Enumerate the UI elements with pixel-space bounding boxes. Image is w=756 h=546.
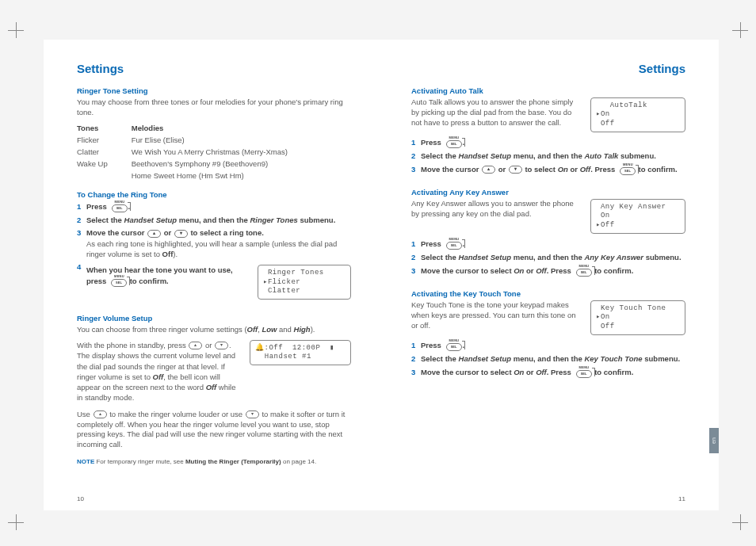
body-text: With the phone in standby, press ▴ or ▾.… xyxy=(77,340,242,403)
step-text: Press . xyxy=(421,340,685,351)
left-page: Settings Ringer Tone Setting You may cho… xyxy=(44,40,381,510)
step-number: 3 xyxy=(411,367,421,378)
tone-cell xyxy=(77,170,132,182)
step-number: 3 xyxy=(411,164,421,175)
tones-table: Tones Melodies FlickerFur Elise (Elise) … xyxy=(77,123,311,182)
section-heading: Activating Auto Talk xyxy=(411,86,685,95)
menu-sel-key-icon xyxy=(618,164,636,175)
crop-mark xyxy=(732,514,748,530)
step-text: Select the Handset Setup menu, and then … xyxy=(421,252,685,262)
tone-cell: Flicker xyxy=(77,135,132,147)
step-number: 1 xyxy=(77,201,86,212)
section-heading: Activating the Key Touch Tone xyxy=(411,289,685,298)
step-text: Press . xyxy=(86,201,351,212)
section-intro: You can choose from three ringer volume … xyxy=(77,325,351,335)
col-header-tones: Tones xyxy=(77,123,132,136)
page-number: 10 xyxy=(77,495,84,502)
body-text: Use ▴ to make the ringer volume louder o… xyxy=(77,410,351,450)
page-spread: Settings Ringer Tone Setting You may cho… xyxy=(44,40,719,510)
menu-sel-key-icon xyxy=(445,239,462,250)
up-arrow-key-icon: ▴ xyxy=(189,342,202,349)
section-heading: Ringer Volume Setup xyxy=(77,314,351,323)
lcd-display: AutoTalk ▸On Off xyxy=(590,97,685,132)
step-text: Move the cursor to select On or Off. Pre… xyxy=(421,367,685,378)
section-heading: Ringer Tone Setting xyxy=(77,86,351,95)
note-text: NOTE For temporary ringer mute, see Muti… xyxy=(77,458,351,467)
tone-cell: Clatter xyxy=(77,147,132,158)
lcd-display: Key Touch Tone ▸On Off xyxy=(590,300,685,335)
step-text: Move the cursor to select On or Off. Pre… xyxy=(421,265,685,277)
menu-sel-key-icon xyxy=(575,265,592,277)
up-arrow-key-icon: ▴ xyxy=(482,166,495,174)
step-number: 1 xyxy=(411,137,421,148)
step-text: Move the cursor ▴ or ▾ to select a ring … xyxy=(86,227,351,259)
steps-list: 1Press . 2Select the Handset Setup menu,… xyxy=(411,239,685,277)
step-number: 1 xyxy=(411,239,421,250)
step-number: 2 xyxy=(411,151,421,161)
melody-cell: Beethoven's Symphony #9 (Beethoven9) xyxy=(132,158,311,170)
step-number: 3 xyxy=(411,265,421,277)
crop-mark xyxy=(732,22,748,38)
crop-mark xyxy=(8,514,24,530)
step-text: When you hear the tone you want to use, … xyxy=(86,262,351,306)
down-arrow-key-icon: ▾ xyxy=(509,166,522,174)
lcd-display: 🔔:Off 12:00P ▮ Handset #1 xyxy=(250,340,351,366)
step-number: 2 xyxy=(77,215,86,225)
menu-sel-key-icon xyxy=(445,137,462,148)
crop-mark xyxy=(8,22,24,38)
page-number: 11 xyxy=(678,495,685,502)
steps-list: 1Press . 2Select the Handset Setup menu,… xyxy=(411,340,685,378)
step-text: Press . xyxy=(421,137,685,148)
step-text: Select the Handset Setup menu, and then … xyxy=(421,151,685,161)
lcd-display: Ringer Tones ▸Flicker Clatter xyxy=(258,265,351,300)
down-arrow-key-icon: ▾ xyxy=(174,230,188,238)
down-arrow-key-icon: ▾ xyxy=(246,410,259,418)
section-heading: To Change the Ring Tone xyxy=(77,190,351,199)
melody-cell: Fur Elise (Elise) xyxy=(132,135,311,147)
step-number: 3 xyxy=(77,227,86,259)
step-number: 4 xyxy=(77,262,86,306)
page-title: Settings xyxy=(77,62,351,75)
step-text: Select the Handset Setup menu, and then … xyxy=(421,353,685,364)
step-number: 2 xyxy=(411,252,421,262)
melody-cell: We Wish You A Merry Christmas (Merry-Xma… xyxy=(132,147,311,158)
menu-sel-key-icon xyxy=(575,367,592,378)
page-title: Settings xyxy=(411,62,685,75)
step-number: 1 xyxy=(411,340,421,351)
menu-sel-key-icon xyxy=(109,276,127,287)
step-text: Press . xyxy=(421,239,685,250)
section-intro: You may choose from three tones or four … xyxy=(77,97,351,118)
step-text: Select the Handset Setup menu, and then … xyxy=(86,215,351,225)
steps-list: 1Press . 2Select the Handset Setup menu,… xyxy=(411,137,685,175)
step-number: 2 xyxy=(411,353,421,364)
tone-cell: Wake Up xyxy=(77,158,132,170)
up-arrow-key-icon: ▴ xyxy=(147,230,161,238)
menu-sel-key-icon xyxy=(445,340,462,351)
section-heading: Activating Any Key Answer xyxy=(411,188,685,197)
lcd-display: Any Key Answer On ▸Off xyxy=(590,199,685,234)
col-header-melodies: Melodies xyxy=(132,123,311,136)
melody-cell: Home Sweet Home (Hm Swt Hm) xyxy=(132,170,311,182)
down-arrow-key-icon: ▾ xyxy=(215,342,228,349)
right-page: Settings Activating Auto Talk AutoTalk ▸… xyxy=(381,40,719,510)
up-arrow-key-icon: ▴ xyxy=(94,410,107,418)
language-tab: en xyxy=(709,428,719,453)
step-text: Move the cursor ▴ or ▾ to select On or O… xyxy=(421,164,685,175)
menu-sel-key-icon xyxy=(110,201,128,212)
steps-list: 1 Press . 2 Select the Handset Setup men… xyxy=(77,201,351,306)
